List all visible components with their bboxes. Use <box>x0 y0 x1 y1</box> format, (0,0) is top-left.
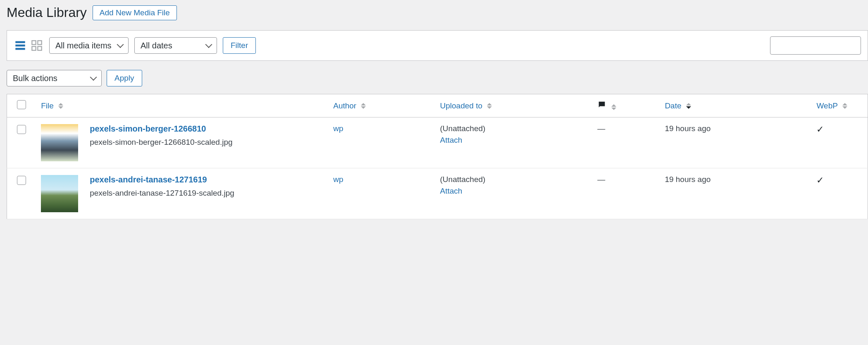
apply-button[interactable]: Apply <box>107 70 142 86</box>
page-title: Media Library <box>7 5 87 20</box>
media-table: File Author Uploaded to <box>7 94 868 219</box>
row-checkbox[interactable] <box>17 125 26 134</box>
svg-rect-5 <box>32 46 36 50</box>
sort-icon <box>686 103 691 109</box>
checkmark-icon: ✓ <box>816 124 824 134</box>
date-text: 19 hours ago <box>665 175 711 184</box>
svg-rect-6 <box>38 46 41 50</box>
svg-rect-3 <box>32 41 36 44</box>
column-uploaded-to[interactable]: Uploaded to <box>440 101 482 110</box>
attach-link[interactable]: Attach <box>440 187 463 195</box>
column-webp[interactable]: WebP <box>816 101 837 110</box>
add-new-media-button[interactable]: Add New Media File <box>93 5 177 20</box>
table-row: pexels-simon-berger-1266810 pexels-simon… <box>7 117 868 168</box>
author-link[interactable]: wp <box>333 175 343 184</box>
list-view-icon[interactable] <box>14 39 27 52</box>
attach-link[interactable]: Attach <box>440 136 463 144</box>
comments-count: — <box>597 175 605 184</box>
media-filename: pexels-simon-berger-1266810-scaled.jpg <box>90 137 323 148</box>
author-link[interactable]: wp <box>333 124 343 133</box>
date-text: 19 hours ago <box>665 124 711 133</box>
svg-rect-4 <box>38 41 41 44</box>
media-thumbnail[interactable] <box>41 175 78 212</box>
sort-icon <box>611 104 616 110</box>
comments-icon[interactable] <box>597 102 608 111</box>
row-checkbox[interactable] <box>17 176 26 185</box>
svg-rect-1 <box>15 45 25 47</box>
column-date[interactable]: Date <box>665 101 681 110</box>
checkmark-icon: ✓ <box>816 175 824 185</box>
sort-icon <box>487 103 492 109</box>
media-type-select[interactable]: All media items <box>49 37 129 54</box>
date-select[interactable]: All dates <box>134 37 217 54</box>
sort-icon <box>842 103 847 109</box>
filter-button[interactable]: Filter <box>223 37 256 54</box>
filter-toolbar: All media items All dates Filter <box>7 30 868 61</box>
media-title-link[interactable]: pexels-andrei-tanase-1271619 <box>90 175 323 184</box>
media-filename: pexels-andrei-tanase-1271619-scaled.jpg <box>90 188 323 199</box>
bulk-actions-select[interactable]: Bulk actions <box>7 70 102 86</box>
uploaded-to-status: (Unattached) <box>440 124 588 133</box>
table-row: pexels-andrei-tanase-1271619 pexels-andr… <box>7 168 868 219</box>
column-author[interactable]: Author <box>333 101 356 110</box>
uploaded-to-status: (Unattached) <box>440 175 588 184</box>
grid-view-icon[interactable] <box>30 39 43 52</box>
column-file[interactable]: File <box>41 101 54 110</box>
media-thumbnail[interactable] <box>41 124 78 161</box>
search-input[interactable] <box>770 36 861 55</box>
sort-icon <box>361 103 366 109</box>
svg-rect-2 <box>15 48 25 50</box>
select-all-checkbox[interactable] <box>17 100 26 109</box>
sort-icon <box>58 103 63 109</box>
comments-count: — <box>597 124 605 133</box>
svg-rect-0 <box>15 41 25 43</box>
media-title-link[interactable]: pexels-simon-berger-1266810 <box>90 124 323 134</box>
